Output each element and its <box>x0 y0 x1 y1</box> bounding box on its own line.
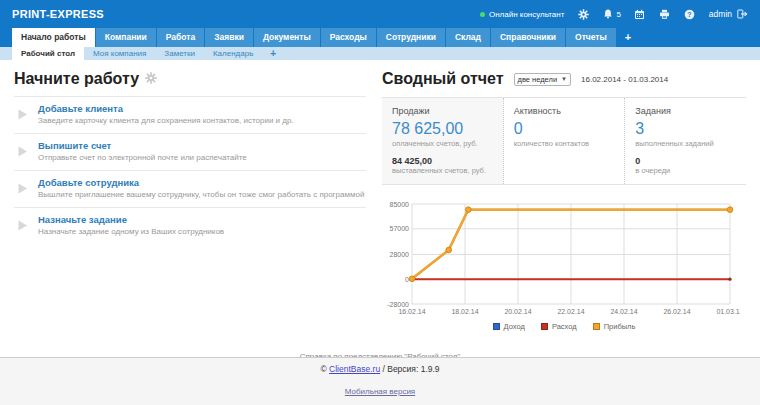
legend-income: Доход <box>493 322 525 331</box>
stat-activity-value: 0 <box>514 120 615 138</box>
svg-text:0: 0 <box>405 276 409 283</box>
main-tab-bar: Начало работы Компании Работа Заявки Док… <box>0 28 760 47</box>
summary-title: Сводный отчет <box>382 70 504 88</box>
line-chart: 8500057000280000-2800016.02.1418.02.1420… <box>382 198 740 316</box>
summary-report-panel: Сводный отчет две недели ▼ 16.02.2014 - … <box>382 70 746 331</box>
stat-tasks-value: 3 <box>635 120 736 138</box>
tab-raskhody[interactable]: Расходы <box>321 28 376 47</box>
copyright-symbol: © <box>320 364 326 374</box>
logout-icon[interactable] <box>736 8 748 20</box>
list-item: Добавьте сотрудника Вышлите приглашение … <box>14 170 366 207</box>
arrow-right-icon <box>18 180 28 198</box>
printer-icon[interactable] <box>659 8 671 20</box>
tab-rabota[interactable]: Работа <box>157 28 204 47</box>
stat-sales-secondary-caption: выставленных счетов, руб. <box>392 166 493 175</box>
legend-profit: Прибыль <box>593 322 636 331</box>
app-window: PRINT-EXPRESS Онлайн консультант 5 <box>0 0 760 405</box>
svg-text:26.02.14: 26.02.14 <box>663 308 690 315</box>
notification-count: 5 <box>616 10 620 19</box>
notifications-button[interactable]: 5 <box>602 8 620 20</box>
tab-otchety[interactable]: Отчеты <box>566 28 616 47</box>
gear-icon[interactable] <box>577 8 589 20</box>
clientbase-link[interactable]: ClientBase.ru <box>329 364 380 374</box>
legend-income-label: Доход <box>504 322 525 331</box>
stat-tasks: Задания 3 выполненных заданий 0 в очеред… <box>625 98 746 184</box>
online-consultant-button[interactable]: Онлайн консультант <box>480 10 564 19</box>
bell-icon <box>602 8 614 20</box>
tab-nachalo-raboty[interactable]: Начало работы <box>12 28 95 47</box>
arrow-right-icon <box>18 106 28 124</box>
footer: © ClientBase.ru / Версия: 1.9.9 Мобильна… <box>0 357 760 405</box>
getting-started-settings-gear-icon[interactable] <box>145 70 157 88</box>
copyright-line: © ClientBase.ru / Версия: 1.9.9 <box>0 364 760 374</box>
chart-legend: Доход Расход Прибыль <box>382 322 746 331</box>
arrow-right-icon <box>18 143 28 161</box>
tab-sotrudniki[interactable]: Сотрудники <box>377 28 445 47</box>
svg-text:22.02.14: 22.02.14 <box>557 308 584 315</box>
mobile-version-link[interactable]: Мобильная версия <box>345 387 415 396</box>
add-employee-description: Вышлите приглашение вашему сотруднику, ч… <box>38 190 366 200</box>
username: admin <box>709 9 732 19</box>
sub-tab-bar: Рабочий стол Моя компания Заметки Календ… <box>0 47 760 60</box>
stat-sales: Продажи 78 625,00 оплаченных счетов, руб… <box>382 98 504 184</box>
svg-text:57000: 57000 <box>390 225 410 232</box>
assign-task-description: Назначьте задание одному из Ваших сотруд… <box>38 227 366 237</box>
online-status-dot <box>480 12 485 17</box>
user-menu[interactable]: admin <box>709 8 748 20</box>
svg-text:?: ? <box>688 11 692 18</box>
svg-text:24.02.14: 24.02.14 <box>610 308 637 315</box>
add-employee-link[interactable]: Добавьте сотрудника <box>38 177 366 188</box>
arrow-right-icon <box>18 217 28 235</box>
stat-sales-secondary-value: 84 425,00 <box>392 156 493 166</box>
tab-kompanii[interactable]: Компании <box>96 28 156 47</box>
legend-income-swatch <box>493 323 500 330</box>
stat-tasks-caption: выполненных заданий <box>635 139 736 148</box>
tab-sklad[interactable]: Склад <box>446 28 490 47</box>
tab-spravochniki[interactable]: Справочники <box>491 28 565 47</box>
legend-profit-swatch <box>593 323 600 330</box>
stat-activity-label: Активность <box>514 106 615 116</box>
main-content: Начните работу Добавьте клиента Заведите… <box>0 60 760 331</box>
add-tab-button[interactable]: + <box>617 29 639 47</box>
version-label: / Версия: 1.9.9 <box>382 364 439 374</box>
create-invoice-description: Отправьте счет по электронной почте или … <box>38 153 366 163</box>
top-bar-actions: Онлайн консультант 5 <box>480 8 748 20</box>
tab-dokumenty[interactable]: Документы <box>254 28 320 47</box>
online-consultant-label: Онлайн консультант <box>489 10 564 19</box>
summary-chart: 8500057000280000-2800016.02.1418.02.1420… <box>382 198 746 331</box>
list-item: Выпишите счет Отправьте счет по электрон… <box>14 133 366 170</box>
legend-expense-label: Расход <box>552 322 577 331</box>
subtab-kalendar[interactable]: Календарь <box>204 47 262 60</box>
subtab-rabochiy-stol[interactable]: Рабочий стол <box>12 47 84 60</box>
list-item: Добавьте клиента Заведите карточку клиен… <box>14 96 366 133</box>
subtab-zametki[interactable]: Заметки <box>155 47 204 60</box>
help-icon[interactable]: ? <box>684 8 696 20</box>
add-client-description: Заведите карточку клиента для сохранения… <box>38 116 366 126</box>
stat-activity-caption: количество контактов <box>514 139 615 148</box>
stat-sales-label: Продажи <box>392 106 493 116</box>
stat-activity: Активность 0 количество контактов <box>504 98 626 184</box>
app-title: PRINT-EXPRESS <box>12 8 104 20</box>
create-invoice-link[interactable]: Выпишите счет <box>38 140 366 151</box>
period-select[interactable]: две недели ▼ <box>514 73 572 86</box>
svg-text:28000: 28000 <box>390 251 410 258</box>
calendar-icon[interactable] <box>634 8 646 20</box>
subtab-moya-kompaniya[interactable]: Моя компания <box>84 47 155 60</box>
add-subtab-button[interactable]: + <box>262 47 284 60</box>
legend-expense-swatch <box>541 323 548 330</box>
chevron-down-icon: ▼ <box>561 76 567 82</box>
stat-tasks-secondary-caption: в очереди <box>635 166 736 175</box>
period-select-value: две недели <box>518 75 558 84</box>
legend-expense: Расход <box>541 322 577 331</box>
svg-text:85000: 85000 <box>390 201 410 208</box>
stats-row: Продажи 78 625,00 оплаченных счетов, руб… <box>382 97 746 185</box>
svg-text:-28000: -28000 <box>387 301 409 308</box>
assign-task-link[interactable]: Назначьте задание <box>38 214 366 225</box>
list-item: Назначьте задание Назначьте задание одно… <box>14 207 366 244</box>
getting-started-panel: Начните работу Добавьте клиента Заведите… <box>14 70 366 331</box>
stat-tasks-secondary-value: 0 <box>635 156 736 166</box>
top-bar: PRINT-EXPRESS Онлайн консультант 5 <box>0 0 760 28</box>
stat-sales-caption: оплаченных счетов, руб. <box>392 139 493 148</box>
tab-zayavki[interactable]: Заявки <box>205 28 253 47</box>
add-client-link[interactable]: Добавьте клиента <box>38 103 366 114</box>
